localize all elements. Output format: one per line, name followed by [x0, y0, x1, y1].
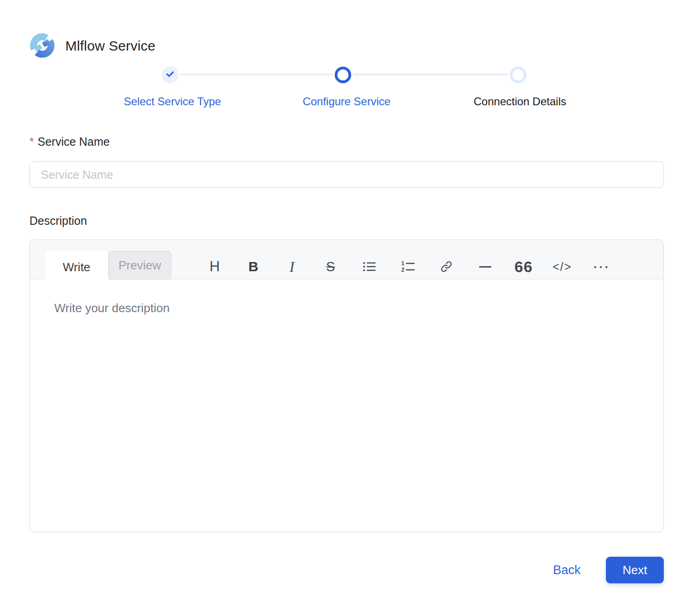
description-markdown-editor: Write Preview H B I S [29, 240, 664, 532]
description-textarea[interactable] [30, 280, 663, 532]
check-icon [165, 69, 175, 81]
heading-icon[interactable]: H [195, 257, 234, 277]
step-label-configure-service[interactable]: Configure Service [303, 95, 391, 108]
next-button[interactable]: Next [606, 557, 664, 583]
stepper-connector-2 [353, 74, 508, 75]
more-options-icon[interactable]: ••• [582, 257, 620, 277]
mlflow-logo-icon [29, 33, 55, 58]
bullet-list-icon[interactable] [350, 257, 388, 277]
step-label-connection-details: Connection Details [474, 95, 566, 108]
tab-preview[interactable]: Preview [108, 251, 171, 279]
editor-content-area [30, 280, 663, 532]
required-asterisk: * [29, 135, 34, 148]
editor-toolbar: Write Preview H B I S [30, 240, 663, 279]
step-3-upcoming-indicator[interactable] [510, 67, 526, 83]
bold-icon[interactable]: B [234, 257, 273, 277]
service-name-label: * Service Name [29, 135, 110, 148]
formatting-toolbar: H B I S [195, 257, 620, 277]
description-label: Description [29, 214, 87, 228]
service-name-input[interactable] [29, 161, 664, 188]
step-1-completed-indicator[interactable] [162, 67, 178, 83]
numbered-list-icon[interactable]: 1 2 [388, 257, 427, 277]
page-title: Mlflow Service [65, 36, 155, 56]
horizontal-rule-icon[interactable] [466, 257, 504, 277]
step-2-active-indicator[interactable] [335, 67, 351, 83]
strikethrough-icon[interactable]: S [311, 257, 350, 277]
svg-text:1: 1 [401, 261, 405, 267]
svg-text:2: 2 [401, 267, 405, 273]
mlflow-service-wizard: Mlflow Service Select Service Type Confi… [0, 0, 696, 616]
step-label-select-service-type[interactable]: Select Service Type [124, 95, 221, 108]
stepper-connector-1 [180, 74, 333, 75]
tab-write[interactable]: Write [45, 251, 108, 283]
italic-icon[interactable]: I [273, 257, 311, 277]
description-label-text: Description [29, 214, 87, 228]
service-name-label-text: Service Name [38, 135, 110, 148]
quote-icon[interactable]: 66 [504, 257, 543, 277]
code-icon[interactable]: </> [543, 257, 582, 277]
link-icon[interactable] [427, 257, 466, 277]
back-button[interactable]: Back [553, 563, 581, 577]
